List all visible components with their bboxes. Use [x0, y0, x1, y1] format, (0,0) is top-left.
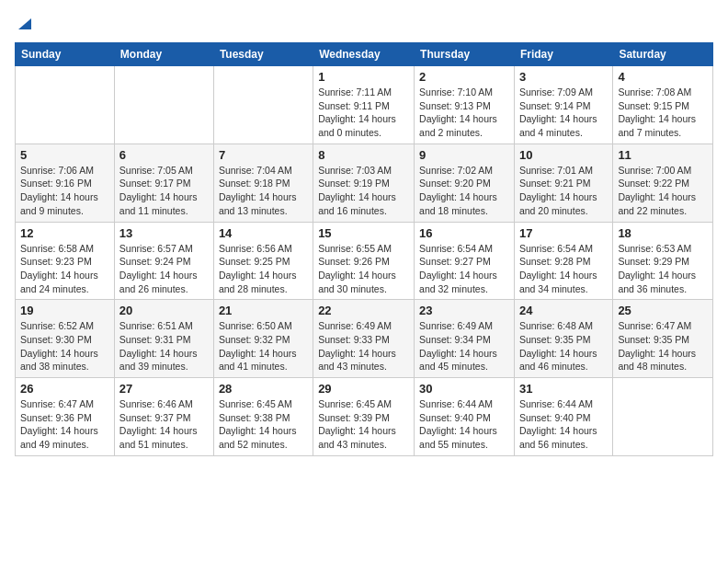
calendar-cell: 24Sunrise: 6:48 AM Sunset: 9:35 PM Dayli… [514, 300, 612, 378]
day-info: Sunrise: 6:44 AM Sunset: 9:40 PM Dayligh… [419, 397, 509, 452]
weekday-header-tuesday: Tuesday [213, 43, 313, 66]
day-number: 16 [419, 226, 509, 240]
logo-triangle-icon [17, 15, 33, 31]
day-number: 12 [20, 226, 109, 240]
day-number: 24 [519, 304, 608, 317]
day-number: 26 [20, 382, 109, 396]
day-info: Sunrise: 7:08 AM Sunset: 9:15 PM Dayligh… [618, 86, 708, 140]
day-info: Sunrise: 7:11 AM Sunset: 9:11 PM Dayligh… [318, 86, 409, 140]
calendar-cell: 22Sunrise: 6:49 AM Sunset: 9:33 PM Dayli… [313, 300, 415, 378]
day-number: 6 [119, 148, 209, 162]
calendar-cell: 27Sunrise: 6:46 AM Sunset: 9:37 PM Dayli… [114, 378, 213, 456]
day-info: Sunrise: 6:46 AM Sunset: 9:37 PM Dayligh… [119, 397, 209, 452]
calendar-cell [613, 378, 713, 456]
day-info: Sunrise: 7:01 AM Sunset: 9:21 PM Dayligh… [519, 164, 608, 218]
calendar-cell: 21Sunrise: 6:50 AM Sunset: 9:32 PM Dayli… [213, 300, 313, 378]
weekday-header-row: SundayMondayTuesdayWednesdayThursdayFrid… [16, 43, 713, 66]
calendar-week-row: 12Sunrise: 6:58 AM Sunset: 9:23 PM Dayli… [16, 222, 713, 300]
svg-marker-0 [18, 18, 31, 29]
calendar-table: SundayMondayTuesdayWednesdayThursdayFrid… [15, 42, 713, 456]
weekday-header-monday: Monday [114, 43, 213, 66]
day-info: Sunrise: 6:51 AM Sunset: 9:31 PM Dayligh… [119, 319, 209, 373]
calendar-cell: 9Sunrise: 7:02 AM Sunset: 9:20 PM Daylig… [415, 144, 515, 222]
day-number: 13 [119, 226, 209, 240]
calendar-cell: 29Sunrise: 6:45 AM Sunset: 9:39 PM Dayli… [313, 378, 415, 456]
calendar-cell: 16Sunrise: 6:54 AM Sunset: 9:27 PM Dayli… [415, 222, 515, 300]
day-info: Sunrise: 6:56 AM Sunset: 9:25 PM Dayligh… [219, 242, 308, 296]
day-number: 22 [318, 304, 409, 317]
day-number: 29 [318, 382, 409, 396]
weekday-header-friday: Friday [514, 43, 612, 66]
calendar-cell: 23Sunrise: 6:49 AM Sunset: 9:34 PM Dayli… [415, 300, 515, 378]
day-info: Sunrise: 7:05 AM Sunset: 9:17 PM Dayligh… [119, 164, 209, 218]
calendar-cell: 13Sunrise: 6:57 AM Sunset: 9:24 PM Dayli… [114, 222, 213, 300]
day-info: Sunrise: 7:03 AM Sunset: 9:19 PM Dayligh… [318, 164, 409, 218]
day-number: 19 [20, 304, 109, 317]
day-number: 10 [519, 148, 608, 162]
calendar-cell [16, 66, 115, 144]
calendar-cell: 28Sunrise: 6:45 AM Sunset: 9:38 PM Dayli… [213, 378, 313, 456]
weekday-header-sunday: Sunday [16, 43, 115, 66]
calendar-cell: 3Sunrise: 7:09 AM Sunset: 9:14 PM Daylig… [514, 66, 612, 144]
calendar-cell: 18Sunrise: 6:53 AM Sunset: 9:29 PM Dayli… [613, 222, 713, 300]
day-number: 1 [318, 70, 409, 84]
day-info: Sunrise: 7:06 AM Sunset: 9:16 PM Dayligh… [20, 164, 109, 218]
day-info: Sunrise: 6:54 AM Sunset: 9:27 PM Dayligh… [419, 242, 509, 296]
calendar-cell: 20Sunrise: 6:51 AM Sunset: 9:31 PM Dayli… [114, 300, 213, 378]
day-info: Sunrise: 6:53 AM Sunset: 9:29 PM Dayligh… [618, 242, 708, 296]
day-info: Sunrise: 6:52 AM Sunset: 9:30 PM Dayligh… [20, 319, 109, 373]
page-header [15, 15, 713, 35]
calendar-cell: 11Sunrise: 7:00 AM Sunset: 9:22 PM Dayli… [613, 144, 713, 222]
weekday-header-wednesday: Wednesday [313, 43, 415, 66]
day-number: 14 [219, 226, 308, 240]
day-number: 2 [419, 70, 509, 84]
day-info: Sunrise: 6:44 AM Sunset: 9:40 PM Dayligh… [519, 397, 608, 452]
day-number: 4 [618, 70, 708, 84]
day-number: 25 [618, 304, 708, 317]
calendar-cell: 31Sunrise: 6:44 AM Sunset: 9:40 PM Dayli… [514, 378, 612, 456]
day-info: Sunrise: 6:54 AM Sunset: 9:28 PM Dayligh… [519, 242, 608, 296]
day-info: Sunrise: 6:55 AM Sunset: 9:26 PM Dayligh… [318, 242, 409, 296]
day-number: 5 [20, 148, 109, 162]
weekday-header-saturday: Saturday [613, 43, 713, 66]
day-info: Sunrise: 7:00 AM Sunset: 9:22 PM Dayligh… [618, 164, 708, 218]
day-number: 20 [119, 304, 209, 317]
calendar-cell: 8Sunrise: 7:03 AM Sunset: 9:19 PM Daylig… [313, 144, 415, 222]
calendar-cell: 7Sunrise: 7:04 AM Sunset: 9:18 PM Daylig… [213, 144, 313, 222]
day-info: Sunrise: 7:10 AM Sunset: 9:13 PM Dayligh… [419, 86, 509, 140]
day-number: 7 [219, 148, 308, 162]
calendar-cell: 26Sunrise: 6:47 AM Sunset: 9:36 PM Dayli… [16, 378, 115, 456]
day-info: Sunrise: 6:57 AM Sunset: 9:24 PM Dayligh… [119, 242, 209, 296]
day-number: 28 [219, 382, 308, 396]
calendar-cell: 15Sunrise: 6:55 AM Sunset: 9:26 PM Dayli… [313, 222, 415, 300]
day-number: 18 [618, 226, 708, 240]
day-number: 3 [519, 70, 608, 84]
calendar-cell: 19Sunrise: 6:52 AM Sunset: 9:30 PM Dayli… [16, 300, 115, 378]
calendar-cell: 5Sunrise: 7:06 AM Sunset: 9:16 PM Daylig… [16, 144, 115, 222]
day-info: Sunrise: 6:47 AM Sunset: 9:36 PM Dayligh… [20, 397, 109, 452]
calendar-cell: 6Sunrise: 7:05 AM Sunset: 9:17 PM Daylig… [114, 144, 213, 222]
day-number: 23 [419, 304, 509, 317]
calendar-cell: 17Sunrise: 6:54 AM Sunset: 9:28 PM Dayli… [514, 222, 612, 300]
logo [15, 15, 33, 35]
day-info: Sunrise: 6:49 AM Sunset: 9:33 PM Dayligh… [318, 319, 409, 373]
day-info: Sunrise: 6:48 AM Sunset: 9:35 PM Dayligh… [519, 319, 608, 373]
calendar-week-row: 5Sunrise: 7:06 AM Sunset: 9:16 PM Daylig… [16, 144, 713, 222]
calendar-cell [114, 66, 213, 144]
calendar-cell: 30Sunrise: 6:44 AM Sunset: 9:40 PM Dayli… [415, 378, 515, 456]
day-number: 8 [318, 148, 409, 162]
calendar-cell [213, 66, 313, 144]
calendar-week-row: 19Sunrise: 6:52 AM Sunset: 9:30 PM Dayli… [16, 300, 713, 378]
day-number: 31 [519, 382, 608, 396]
day-info: Sunrise: 7:04 AM Sunset: 9:18 PM Dayligh… [219, 164, 308, 218]
calendar-week-row: 1Sunrise: 7:11 AM Sunset: 9:11 PM Daylig… [16, 66, 713, 144]
day-number: 11 [618, 148, 708, 162]
weekday-header-thursday: Thursday [415, 43, 515, 66]
day-info: Sunrise: 7:02 AM Sunset: 9:20 PM Dayligh… [419, 164, 509, 218]
day-info: Sunrise: 6:58 AM Sunset: 9:23 PM Dayligh… [20, 242, 109, 296]
calendar-cell: 12Sunrise: 6:58 AM Sunset: 9:23 PM Dayli… [16, 222, 115, 300]
calendar-cell: 2Sunrise: 7:10 AM Sunset: 9:13 PM Daylig… [415, 66, 515, 144]
day-number: 21 [219, 304, 308, 317]
calendar-cell: 14Sunrise: 6:56 AM Sunset: 9:25 PM Dayli… [213, 222, 313, 300]
calendar-cell: 4Sunrise: 7:08 AM Sunset: 9:15 PM Daylig… [613, 66, 713, 144]
